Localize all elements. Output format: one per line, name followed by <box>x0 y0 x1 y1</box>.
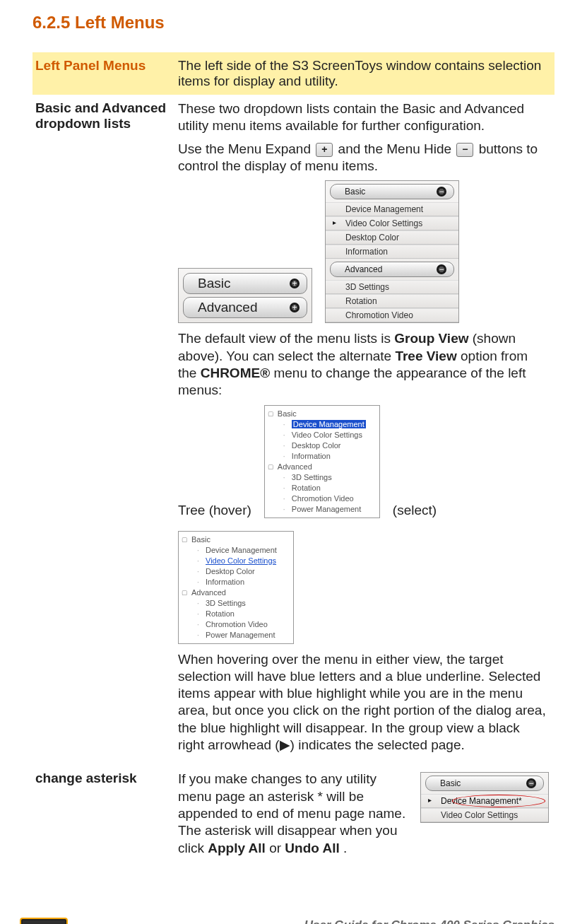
figure-group-views: Basic + Advanced + Basic − <box>178 180 549 323</box>
row-dropdown-lists: Basic and Advanced dropdown lists These … <box>32 95 555 765</box>
tree-node[interactable]: Rotation <box>182 609 290 619</box>
tree-node-hover: Video Color Settings <box>206 556 276 565</box>
group-panel-collapsed: Basic + Advanced + <box>178 268 312 323</box>
bold-text: Group View <box>394 331 468 346</box>
tree-node[interactable]: Power Management <box>268 504 376 515</box>
paragraph: The default view of the menu lists is Gr… <box>178 330 549 399</box>
label: Advanced <box>345 264 382 274</box>
menu-expand-icon[interactable]: + <box>316 143 333 157</box>
minus-icon: − <box>437 187 446 197</box>
group-item[interactable]: Device Management <box>326 202 458 216</box>
minus-icon: − <box>526 778 536 788</box>
tree-node[interactable]: Device Management <box>182 545 290 556</box>
paragraph: These two dropdown lists contain the Bas… <box>178 100 549 135</box>
minus-icon: − <box>437 264 446 274</box>
bold-text: CHROME® <box>201 365 270 380</box>
row-body: Basic − Device Management* Video Color S… <box>175 765 555 868</box>
row-text: The left side of the S3 ScreenToys windo… <box>175 52 555 95</box>
tree-hover-label: Tree (hover) <box>178 503 251 518</box>
row-change-asterisk: change asterisk Basic − Device Managemen… <box>32 765 555 868</box>
row-body: These two dropdown lists contain the Bas… <box>175 95 555 765</box>
s3-logo: S3 <box>20 918 68 924</box>
group-item[interactable]: Rotation <box>326 294 458 308</box>
asterisk-example-panel: Basic − Device Management* Video Color S… <box>420 772 549 823</box>
text: and the Menu Hide <box>338 141 456 156</box>
text: Use the Menu Expand <box>178 141 314 156</box>
group-panel-expanded: Basic − Device Management Video Color Se… <box>325 180 459 323</box>
group-item-asterisk[interactable]: Device Management* <box>421 794 548 808</box>
group-item[interactable]: 3D Settings <box>326 280 458 294</box>
tree-node[interactable]: Device Management <box>268 419 376 430</box>
label: Basic <box>345 187 365 197</box>
tree-node-selected: Device Management <box>292 420 366 428</box>
tree-node[interactable]: Chromotion Video <box>268 493 376 504</box>
plus-icon: + <box>290 279 300 288</box>
row-label: change asterisk <box>32 765 175 868</box>
row-label: Left Panel Menus <box>32 52 175 95</box>
tree-node[interactable]: Chromotion Video <box>182 619 290 630</box>
group-item[interactable]: Desktop Color <box>326 230 458 245</box>
page-footer: S3 User Guide for Chrome 400 Series Grap… <box>0 918 587 924</box>
label: Basic <box>198 276 230 291</box>
tree-node[interactable]: Desktop Color <box>182 566 290 577</box>
paragraph: When hovering over the menu in either vi… <box>178 651 549 754</box>
tree-node[interactable]: Desktop Color <box>268 440 376 451</box>
group-item[interactable]: Chromotion Video <box>326 308 458 322</box>
text: The default view of the menu lists is <box>178 331 394 346</box>
group-item[interactable]: Information <box>326 245 458 259</box>
section-heading: 6.2.5 Left Menus <box>32 13 555 33</box>
tree-node[interactable]: Power Management <box>182 630 290 641</box>
tree-node[interactable]: 3D Settings <box>268 472 376 483</box>
content-table: Left Panel Menus The left side of the S3… <box>32 52 555 868</box>
tree-node[interactable]: Advanced <box>268 462 376 472</box>
tree-node[interactable]: 3D Settings <box>182 598 290 609</box>
label: Basic <box>440 778 461 788</box>
tree-node[interactable]: Video Color Settings <box>268 430 376 440</box>
page-content: 6.2.5 Left Menus Left Panel Menus The le… <box>0 0 587 875</box>
tree-node[interactable]: Information <box>182 577 290 587</box>
figure-tree-views: Tree (hover) Basic Device Management Vid… <box>178 405 549 644</box>
tree-node[interactable]: Information <box>268 451 376 462</box>
bold-text: Apply All <box>208 841 266 855</box>
group-header-advanced[interactable]: Advanced − <box>330 262 454 277</box>
tree-node[interactable]: Video Color Settings <box>182 556 290 566</box>
text: . <box>343 841 347 855</box>
text: or <box>269 841 285 855</box>
footer-line1: User Guide for Chrome 400 Series Graphic… <box>304 918 555 924</box>
paragraph: Use the Menu Expand + and the Menu Hide … <box>178 141 549 175</box>
tree-select-label: (select) <box>393 503 437 518</box>
group-header-basic[interactable]: Basic − <box>425 776 544 791</box>
menu-hide-icon[interactable]: − <box>456 143 473 157</box>
row-left-panel-menus: Left Panel Menus The left side of the S3… <box>32 52 555 95</box>
tree-panel-select: Basic Device Management Video Color Sett… <box>178 531 294 644</box>
tree-node[interactable]: Basic <box>182 534 290 545</box>
tree-node[interactable]: Basic <box>268 409 376 419</box>
footer-text: User Guide for Chrome 400 Series Graphic… <box>304 918 555 924</box>
row-label: Basic and Advanced dropdown lists <box>32 95 175 765</box>
plus-icon: + <box>290 303 300 312</box>
group-header-basic[interactable]: Basic + <box>183 273 307 294</box>
tree-node[interactable]: Advanced <box>182 587 290 598</box>
bold-text: Tree View <box>395 349 456 363</box>
bold-text: Undo All <box>285 841 339 855</box>
tree-node[interactable]: Rotation <box>268 483 376 493</box>
group-item[interactable]: Video Color Settings <box>326 216 458 230</box>
group-item[interactable]: Video Color Settings <box>421 808 548 822</box>
label: Advanced <box>198 300 258 315</box>
group-header-advanced[interactable]: Advanced + <box>183 297 307 318</box>
tree-panel-hover: Basic Device Management Video Color Sett… <box>264 405 380 518</box>
group-header-basic[interactable]: Basic − <box>330 184 454 199</box>
